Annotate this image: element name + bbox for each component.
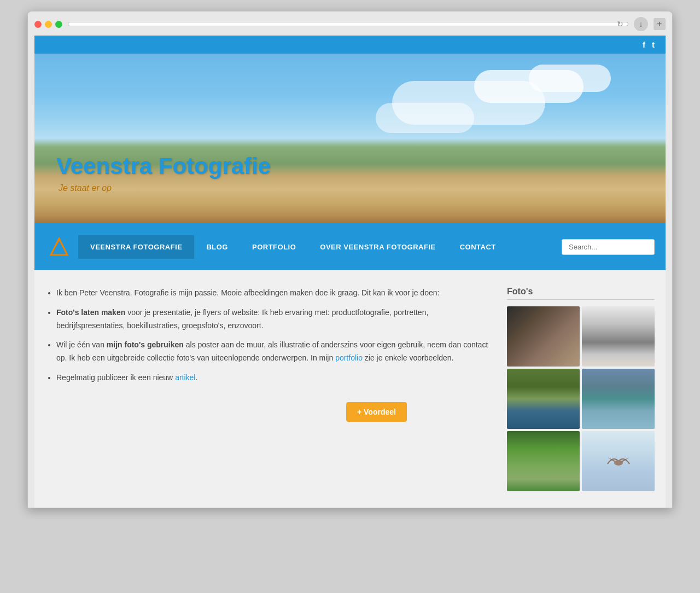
list-item-1: Ik ben Peter Veenstra. Fotografie is mij… bbox=[56, 287, 491, 300]
bullet3-strong: mijn foto's gebruiken bbox=[107, 340, 184, 349]
logo-svg bbox=[48, 236, 70, 258]
search-input[interactable] bbox=[562, 239, 655, 255]
nav-links: VEENSTRA FOTOGRAFIE BLOG PORTFOLIO OVER … bbox=[78, 235, 562, 259]
top-bar: f t bbox=[34, 36, 666, 54]
content-area: Ik ben Peter Veenstra. Fotografie is mij… bbox=[34, 270, 666, 508]
nav-portfolio[interactable]: PORTFOLIO bbox=[240, 235, 308, 259]
nav-contact[interactable]: CONTACT bbox=[448, 235, 508, 259]
svg-point-2 bbox=[614, 460, 623, 466]
facebook-link[interactable]: f bbox=[643, 40, 645, 49]
list-item-4: Regelmatig publiceer ik een nieuw artike… bbox=[56, 371, 491, 385]
nav-blog[interactable]: BLOG bbox=[194, 235, 240, 259]
minimize-button[interactable] bbox=[45, 21, 52, 28]
newtab-icon: + bbox=[657, 19, 662, 29]
nav-veenstra-fotografie[interactable]: VEENSTRA FOTOGRAFIE bbox=[78, 235, 194, 259]
close-button[interactable] bbox=[34, 21, 42, 28]
bullet2-strong: Foto's laten maken bbox=[56, 308, 125, 317]
photo-thumb-4[interactable] bbox=[582, 369, 655, 429]
bird-svg bbox=[602, 447, 635, 475]
bullet3-pre: Wil je één van bbox=[56, 340, 107, 349]
refresh-icon[interactable]: ↻ bbox=[617, 20, 623, 28]
browser-titlebar: ↻ ↓ + bbox=[34, 17, 666, 36]
content-list: Ik ben Peter Veenstra. Fotografie is mij… bbox=[45, 287, 491, 385]
bullet4-pre: Regelmatig publiceer ik een nieuw bbox=[56, 373, 175, 382]
bullet4-end: . bbox=[195, 373, 197, 382]
maximize-button[interactable] bbox=[55, 21, 62, 28]
site-logo[interactable] bbox=[45, 233, 73, 260]
hero-banner: Veenstra Fotografie Je staat er op bbox=[34, 54, 666, 223]
cloud-4 bbox=[376, 103, 474, 133]
download-icon: ↓ bbox=[639, 20, 643, 28]
photo-thumb-2[interactable] bbox=[582, 306, 655, 367]
address-bar[interactable]: ↻ bbox=[68, 22, 628, 26]
sidebar: Foto's bbox=[507, 287, 655, 491]
photo-thumb-5[interactable] bbox=[507, 431, 580, 491]
new-tab-button[interactable]: + bbox=[654, 18, 666, 30]
photo-thumb-3[interactable] bbox=[507, 369, 580, 429]
bullet3-end: zie je enkele voorbeelden. bbox=[363, 353, 454, 362]
photo-thumb-1[interactable] bbox=[507, 306, 580, 367]
sidebar-title: Foto's bbox=[507, 287, 655, 300]
list-item-3: Wil je één van mijn foto's gebruiken als… bbox=[56, 339, 491, 365]
nav-over-veenstra[interactable]: OVER VEENSTRA FOTOGRAFIE bbox=[308, 235, 447, 259]
bullet1-text: Ik ben Peter Veenstra. Fotografie is mij… bbox=[56, 288, 439, 297]
list-item-2: Foto's laten maken voor je presentatie, … bbox=[56, 306, 491, 333]
site-subtitle: Je staat er op bbox=[59, 183, 112, 193]
artikel-link[interactable]: artikel bbox=[175, 373, 195, 382]
photo-thumb-6[interactable] bbox=[582, 431, 655, 491]
photo-grid bbox=[507, 306, 655, 491]
navigation: VEENSTRA FOTOGRAFIE BLOG PORTFOLIO OVER … bbox=[34, 223, 666, 270]
site-title: Veenstra Fotografie bbox=[56, 153, 271, 179]
download-button[interactable]: ↓ bbox=[634, 17, 648, 31]
site-wrapper: f t Veenstra Fotografie Je staat er op bbox=[34, 36, 666, 508]
main-content: Ik ben Peter Veenstra. Fotografie is mij… bbox=[45, 287, 507, 491]
cloud-3 bbox=[529, 65, 611, 92]
voordeel-button[interactable]: + Voordeel bbox=[346, 402, 407, 422]
twitter-link[interactable]: t bbox=[652, 40, 655, 49]
browser-dots bbox=[34, 21, 62, 28]
portfolio-link[interactable]: portfolio bbox=[335, 353, 363, 362]
